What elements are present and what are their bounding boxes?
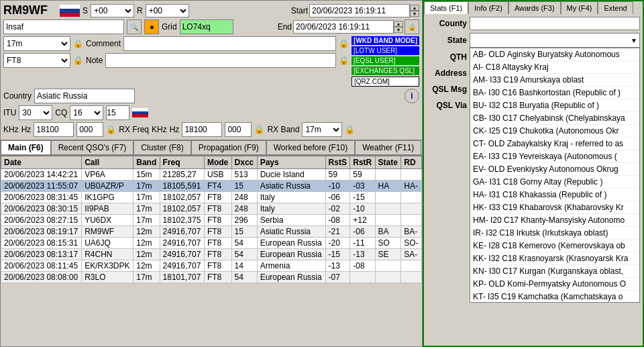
dropdown-item[interactable]: AB- OLD Aginsky Buryatsky Autonomous <box>470 48 639 61</box>
r-offset-select[interactable]: +00-10+10 <box>146 4 189 17</box>
table-cell: +12 <box>350 215 375 226</box>
table-cell: FT8 <box>204 215 231 226</box>
dropdown-item[interactable]: HK- I33 C19 Khabarovsk (Khabarovsky Kr <box>470 201 639 214</box>
table-cell: 20/06/2023 08:11:45 <box>1 260 82 272</box>
table-cell: -11 <box>350 238 375 249</box>
start-spin-down[interactable]: ▼ <box>410 11 419 17</box>
table-cell: SE <box>375 249 401 260</box>
info-button[interactable]: i <box>405 89 419 103</box>
table-cell: -10 <box>350 203 375 215</box>
tab-info[interactable]: Info (F2) <box>468 1 508 14</box>
table-cell <box>401 260 422 272</box>
tab-awards[interactable]: Awards (F3) <box>508 1 561 14</box>
table-row[interactable]: 20/06/2023 08:30:15II9PAB17m18102,057FT8… <box>1 203 422 215</box>
rxfreq-khz-input[interactable] <box>182 122 222 137</box>
cq-label: CQ <box>55 108 67 117</box>
tabs-bar: Main (F6) Recent QSO's (F7) Cluster (F8)… <box>1 140 422 156</box>
start-spin-up[interactable]: ▲ <box>410 5 419 11</box>
dropdown-item[interactable]: EA- I33 C19 Yevreiskaya (Autonomous ( <box>470 150 639 163</box>
table-cell: 59 <box>350 169 375 181</box>
dropdown-item[interactable]: HA- I31 C18 Khakassia (Republic of ) <box>470 189 639 201</box>
dropdown-item[interactable]: KE- I28 C18 Kemerovo (Kemerovskaya ob <box>470 240 639 252</box>
table-cell <box>401 203 422 215</box>
right-tabs: Stats (F1) Info (F2) Awards (F3) My (F4)… <box>424 1 643 14</box>
rxfreq-hz-input[interactable] <box>225 122 252 137</box>
dropdown-item[interactable]: KP- OLD Komi-Permyatsky Autonomous O <box>470 278 639 291</box>
tab-stats[interactable]: Stats (F1) <box>424 1 468 14</box>
itu-select[interactable]: 30 <box>19 105 52 120</box>
r-label: R <box>137 6 143 15</box>
country-input[interactable] <box>34 89 135 103</box>
table-cell: 12m <box>133 238 160 249</box>
table-row[interactable]: 20/06/2023 08:31:45IK1GPG17m18102,057FT8… <box>1 192 422 203</box>
dropdown-item[interactable]: CT- OLD Zabaykalsky Kraj - referred to a… <box>470 138 639 150</box>
s-offset-select[interactable]: +00-10+10 <box>91 4 134 17</box>
dropdown-item[interactable]: AM- I33 C19 Amurskaya oblast <box>470 74 639 87</box>
table-cell: Armenia <box>257 260 325 272</box>
table-cell: 20/06/2023 08:08:00 <box>1 272 82 283</box>
dropdown-item[interactable]: KN- I30 C17 Kurgan (Kurganskaya oblast, <box>470 265 639 278</box>
rxband-select[interactable]: 17m <box>302 122 342 137</box>
dropdown-item[interactable]: IR- I32 C18 Irkutsk (Irkutskaya oblast) <box>470 227 639 240</box>
end-spin-down[interactable]: ▼ <box>394 27 403 33</box>
grid-input[interactable] <box>180 19 233 34</box>
cq-select[interactable]: 16 <box>70 105 103 120</box>
table-row[interactable]: 20/06/2023 08:08:00R3LO17m18101,707FT854… <box>1 272 422 283</box>
dropdown-item[interactable]: EV- OLD Evenkiysky Autonomous Okrug <box>470 163 639 176</box>
table-cell: Asiatic Russia <box>257 181 325 192</box>
tab-recent[interactable]: Recent QSO's (F7) <box>51 140 134 154</box>
mode-select[interactable]: FT8FT4USBSSB <box>3 53 70 68</box>
comment-row: Comment 🔒 <box>86 36 349 51</box>
table-cell: 17m <box>133 192 160 203</box>
freq-khz-input[interactable] <box>34 122 74 137</box>
county-input[interactable] <box>470 17 640 30</box>
search-icon-btn[interactable]: 🔍 <box>127 19 142 34</box>
freq-hz-input[interactable] <box>76 122 103 137</box>
tab-weather[interactable]: Weather (F11) <box>355 140 421 154</box>
dropdown-item[interactable]: BA- I30 C16 Bashkortostan (Republic of ) <box>470 87 639 99</box>
table-cell: -13 <box>350 249 375 260</box>
table-cell: 54 <box>231 272 257 283</box>
dropdown-item[interactable]: CK- I25 C19 Chukotka (Autonomous Okr <box>470 125 639 138</box>
tab-cluster[interactable]: Cluster (F8) <box>133 140 191 154</box>
table-row[interactable]: 20/06/2023 08:19:17RM9WF12m24916,707FT81… <box>1 226 422 238</box>
rxband-lock-icon: 🔒 <box>345 125 355 134</box>
table-row[interactable]: 20/06/2023 11:55:07UB0AZR/P17m18105,591F… <box>1 181 422 192</box>
table-cell <box>401 169 422 181</box>
table-row[interactable]: 20/06/2023 08:15:31UA6JQ12m24916,707FT85… <box>1 238 422 249</box>
table-row[interactable]: 20/06/2023 14:42:21VP6A15m21285,27USB513… <box>1 169 422 181</box>
start-datetime-input[interactable] <box>309 4 410 17</box>
table-row[interactable]: 20/06/2023 08:11:45EK/RX3DPK12m24916,707… <box>1 260 422 272</box>
note-input[interactable] <box>105 53 336 68</box>
table-cell: Ducie Island <box>257 169 325 181</box>
comment-lock-icon: 🔒 <box>339 39 349 48</box>
tab-my[interactable]: My (F4) <box>561 1 598 14</box>
dropdown-item[interactable]: KT- I35 C19 Kamchatka (Kamchatskaya o <box>470 291 639 303</box>
tab-worked[interactable]: Worked before (F10) <box>266 140 356 154</box>
num-input[interactable] <box>106 105 129 120</box>
dropdown-item[interactable]: HM- I20 C17 Khanty-Mansyisky Autonomo <box>470 214 639 227</box>
end-lock-btn[interactable]: 🔒 <box>405 19 419 34</box>
table-row[interactable]: 20/06/2023 08:13:17R4CHN12m24916,707FT85… <box>1 249 422 260</box>
table-cell: Italy <box>257 203 325 215</box>
dropdown-item[interactable]: KK- I32 C18 Krasnoyarsk (Krasnoyarsk Kra <box>470 252 639 265</box>
tab-main[interactable]: Main (F6) <box>1 140 51 154</box>
comment-input[interactable] <box>123 36 336 51</box>
dropdown-item[interactable]: BU- I32 C18 Buryatia (Republic of ) <box>470 99 639 112</box>
end-spin-up[interactable]: ▲ <box>394 21 403 27</box>
star-icon-btn[interactable]: ★ <box>144 19 159 34</box>
table-cell: European Russia <box>257 272 325 283</box>
dropdown-item[interactable]: AI- C18 Altaysky Kraj <box>470 61 639 74</box>
tab-extend[interactable]: Extend <box>598 1 633 14</box>
end-datetime-input[interactable] <box>293 20 394 34</box>
dropdown-item[interactable]: GA- I31 C18 Gorny Altay (Republic ) <box>470 176 639 189</box>
name-input[interactable] <box>3 19 124 34</box>
s-label: S <box>83 6 88 15</box>
state-dropdown[interactable]: ▼ <box>470 33 640 48</box>
tab-propagation[interactable]: Propagation (F9) <box>191 140 266 154</box>
band-select[interactable]: 17m10m12m15m20m <box>3 36 70 51</box>
table-row[interactable]: 20/06/2023 08:27:15YU6DX17m18102,375FT82… <box>1 215 422 226</box>
end-label: End <box>278 22 292 32</box>
table-cell: 59 <box>325 169 350 181</box>
dropdown-item[interactable]: CB- I30 C17 Chelyabinsk (Chelyabinskaya <box>470 112 639 125</box>
